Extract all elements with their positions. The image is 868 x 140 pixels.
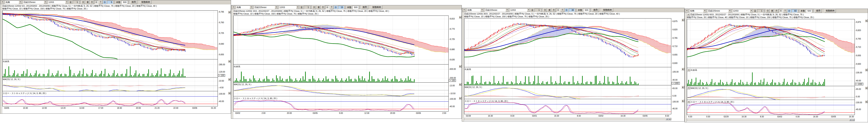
- apply-button[interactable]: 適用: [130, 0, 137, 4]
- ashi-stepper[interactable]: 1▲▼: [73, 1, 81, 4]
- spin-down-icon[interactable]: ▼: [79, 2, 81, 4]
- pane-resize-button[interactable]: ◣: [682, 100, 684, 102]
- spin-down-icon[interactable]: ▼: [763, 11, 765, 12]
- window-menu-dropdown[interactable]: ▼: [685, 9, 689, 12]
- pane-resize-button[interactable]: ◣: [865, 19, 868, 22]
- period-button-week[interactable]: 週: [86, 0, 90, 4]
- period-button-minute[interactable]: 分: [94, 0, 98, 4]
- pane-resize-button[interactable]: ◣: [228, 92, 231, 94]
- interval-stepper[interactable]: 30▲▼: [569, 8, 577, 12]
- window-menu-dropdown[interactable]: ▼: [231, 5, 235, 9]
- period-button-week[interactable]: 週: [317, 5, 320, 9]
- spin-down-icon[interactable]: ▼: [589, 10, 591, 11]
- pane-resize-button[interactable]: ◣: [682, 86, 684, 89]
- scroll-left-icon[interactable]: ◄: [665, 118, 668, 120]
- ashi-stepper[interactable]: 1▲▼: [304, 6, 312, 9]
- scroll-right-icon[interactable]: ►: [668, 118, 671, 120]
- spin-down-icon[interactable]: ▼: [540, 10, 542, 11]
- symbol-select[interactable]: 日経225mini▼: [23, 0, 47, 4]
- pane-resize-button[interactable]: ◣: [865, 68, 868, 71]
- spin-down-icon[interactable]: ▼: [309, 7, 312, 9]
- spin-arrows-icon[interactable]: ▲▼: [79, 1, 81, 4]
- period-button-day[interactable]: 日: [766, 9, 770, 13]
- pane-resize-button[interactable]: ◣: [459, 97, 462, 100]
- pane-resize-button[interactable]: ◣: [228, 78, 231, 81]
- multi-symbol-button[interactable]: 複数銘柄: [371, 5, 382, 9]
- ashi-stepper[interactable]: 1▲▼: [757, 9, 765, 12]
- pane-resize-button[interactable]: ◣: [865, 100, 868, 103]
- chevron-down-icon[interactable]: ▼: [728, 9, 732, 12]
- chevron-down-icon[interactable]: ▼: [275, 6, 278, 9]
- chevron-down-icon[interactable]: ▼: [232, 6, 235, 9]
- interval-stepper[interactable]: 15▲▼: [338, 6, 346, 9]
- multi-symbol-button[interactable]: 複数銘柄: [140, 0, 151, 4]
- interval-stepper[interactable]: 60▲▼: [792, 9, 800, 12]
- pane-resize-button[interactable]: ◣: [459, 83, 462, 86]
- scroll-right-icon[interactable]: ►: [852, 119, 855, 121]
- chevron-down-icon[interactable]: ▼: [65, 1, 68, 4]
- contract-select[interactable]: 12/03▼: [509, 8, 530, 12]
- period-button-minute[interactable]: 分: [779, 9, 783, 13]
- chevron-down-icon[interactable]: ▼: [480, 8, 484, 11]
- pane-dropdown-icon[interactable]: ▼: [687, 87, 690, 89]
- pane-resize-button[interactable]: ◣: [682, 68, 684, 70]
- pane-resize-button[interactable]: ◣: [865, 86, 868, 89]
- chevron-down-icon[interactable]: ▼: [685, 9, 688, 12]
- spin-up-icon[interactable]: ▲: [575, 9, 577, 10]
- spin-arrows-icon[interactable]: ▲▼: [763, 9, 765, 12]
- period-button-month[interactable]: 月: [775, 9, 778, 13]
- spin-up-icon[interactable]: ▲: [344, 6, 346, 7]
- spin-up-icon[interactable]: ▲: [358, 6, 360, 7]
- category-select[interactable]: 先物▼: [689, 9, 707, 12]
- spin-arrows-icon[interactable]: ▲▼: [358, 6, 360, 9]
- spin-arrows-icon[interactable]: ▲▼: [127, 1, 129, 4]
- bars-stepper[interactable]: 500▲▼: [583, 8, 591, 12]
- spin-up-icon[interactable]: ▲: [113, 1, 115, 2]
- period-button-day[interactable]: 日: [543, 8, 547, 12]
- symbol-select[interactable]: 日経225mini▼: [707, 9, 732, 12]
- ashi-stepper[interactable]: 1▲▼: [534, 8, 542, 12]
- spin-arrows-icon[interactable]: ▲▼: [540, 9, 542, 11]
- pane-resize-button[interactable]: ◣: [459, 65, 462, 68]
- symbol-select[interactable]: 日経225mini▼: [485, 8, 509, 12]
- period-button-minute[interactable]: 分: [556, 8, 560, 12]
- contract-select[interactable]: 12/03▼: [48, 0, 69, 4]
- pane-resize-button[interactable]: ◣: [228, 11, 231, 13]
- spin-up-icon[interactable]: ▲: [589, 9, 591, 10]
- period-button-week[interactable]: 週: [548, 8, 551, 12]
- spin-up-icon[interactable]: ▲: [79, 1, 81, 2]
- chevron-down-icon[interactable]: ▼: [250, 6, 253, 9]
- symbol-select[interactable]: 日経225mini▼: [254, 5, 278, 9]
- spin-down-icon[interactable]: ▼: [812, 11, 814, 12]
- bars-stepper[interactable]: 500▲▼: [352, 6, 361, 9]
- chevron-down-icon[interactable]: ▼: [19, 1, 22, 4]
- pane-resize-button[interactable]: ◣: [459, 16, 462, 19]
- spin-down-icon[interactable]: ▼: [127, 2, 129, 4]
- chart-horizontal-scrollbar[interactable]: ◄►: [464, 118, 671, 120]
- spin-up-icon[interactable]: ▲: [309, 6, 312, 7]
- apply-button[interactable]: 適用: [814, 9, 822, 13]
- pane-dropdown-icon[interactable]: ▼: [687, 101, 690, 103]
- bars-stepper[interactable]: 500▲▼: [806, 9, 814, 12]
- pane-dropdown-icon[interactable]: ▼: [687, 69, 690, 71]
- spin-up-icon[interactable]: ▲: [812, 9, 814, 11]
- chevron-down-icon[interactable]: ▼: [44, 1, 47, 4]
- spin-down-icon[interactable]: ▼: [358, 7, 360, 9]
- chevron-down-icon[interactable]: ▼: [1, 1, 4, 4]
- spin-arrows-icon[interactable]: ▲▼: [309, 6, 312, 9]
- bars-stepper[interactable]: 500▲▼: [121, 1, 129, 4]
- spin-up-icon[interactable]: ▲: [763, 9, 765, 11]
- period-button-day[interactable]: 日: [312, 5, 316, 9]
- chevron-down-icon[interactable]: ▼: [505, 8, 509, 11]
- spin-arrows-icon[interactable]: ▲▼: [812, 9, 814, 12]
- chevron-down-icon[interactable]: ▼: [703, 9, 706, 12]
- category-select[interactable]: 先物▼: [467, 8, 484, 12]
- spin-arrows-icon[interactable]: ▲▼: [589, 9, 591, 11]
- multi-symbol-button[interactable]: 複数銘柄: [602, 8, 613, 12]
- spin-arrows-icon[interactable]: ▲▼: [113, 1, 115, 4]
- spin-down-icon[interactable]: ▼: [344, 7, 346, 9]
- spin-down-icon[interactable]: ▼: [575, 10, 577, 11]
- spin-arrows-icon[interactable]: ▲▼: [797, 9, 799, 12]
- period-button-week[interactable]: 週: [770, 9, 774, 13]
- apply-button[interactable]: 適用: [361, 5, 368, 9]
